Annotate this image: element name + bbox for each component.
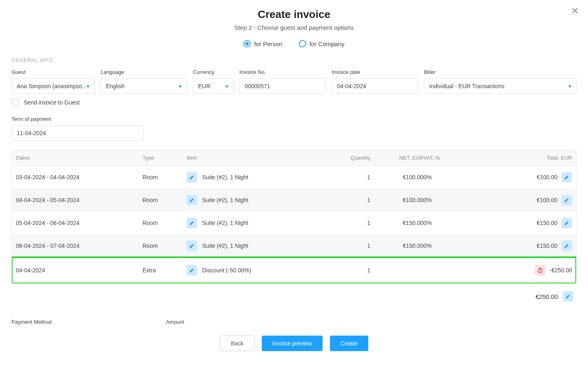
term-label: Term of payment bbox=[11, 116, 144, 122]
invoice-no-input[interactable]: 00000571 bbox=[239, 78, 326, 94]
radio-for-person[interactable]: for Person bbox=[243, 40, 282, 47]
cell-type: Room bbox=[143, 174, 187, 180]
biller-label: Biller bbox=[424, 69, 577, 75]
radio-for-company[interactable]: for Company bbox=[299, 40, 345, 47]
term-value: 11-04-2024 bbox=[17, 130, 46, 136]
back-button[interactable]: Back bbox=[220, 336, 254, 351]
radio-label: for Company bbox=[310, 40, 345, 47]
cell-item: Suite (#2), 1 Night bbox=[202, 174, 248, 180]
cell-dates: 05-04-2024 - 06-04-2024 bbox=[16, 220, 143, 226]
cell-dates: 03-04-2024 - 04-04-2024 bbox=[16, 174, 143, 180]
cell-total: €100.00 bbox=[537, 197, 557, 203]
table-row: 05-04-2024 - 06-04-2024RoomSuite (#2), 1… bbox=[12, 211, 576, 234]
cell-item: Suite (#2), 1 Night bbox=[202, 243, 248, 249]
language-value: English bbox=[106, 83, 179, 89]
guest-value: Ana Simpson (anasimpso... bbox=[17, 83, 87, 89]
chevron-down-icon: ▾ bbox=[568, 83, 571, 89]
cell-qty: 1 bbox=[317, 220, 370, 226]
table-row: 04-04-2024ExtraDiscount (-50.00%)1-€250.… bbox=[12, 257, 576, 283]
th-item: Item bbox=[187, 155, 317, 161]
invoice-date-input[interactable]: 04-04-2024 bbox=[332, 78, 418, 94]
table-header: Dates Type Item Quantity NET, EUR VAT, %… bbox=[12, 150, 576, 166]
radio-label: for Person bbox=[254, 40, 282, 47]
table-row: 06-04-2024 - 07-04-2024RoomSuite (#2), 1… bbox=[12, 234, 576, 257]
edit-row-button[interactable] bbox=[561, 195, 572, 205]
edit-item-button[interactable] bbox=[187, 265, 197, 276]
guest-label: Guest bbox=[11, 69, 95, 75]
send-invoice-label: Send invoice to Guest bbox=[24, 99, 80, 106]
biller-value: Individual - EUR Transactions bbox=[429, 83, 568, 89]
currency-value: EUR bbox=[198, 83, 225, 89]
cell-net: €100.00 bbox=[370, 174, 423, 180]
cell-net: €150.00 bbox=[370, 220, 423, 226]
cell-vat: 0% bbox=[423, 174, 472, 180]
edit-item-button[interactable] bbox=[187, 218, 197, 228]
delete-row-button[interactable] bbox=[535, 265, 546, 276]
amount-label: Amount bbox=[166, 319, 184, 325]
cell-total: €150.00 bbox=[537, 243, 557, 249]
invoice-date-label: Invoice date bbox=[332, 69, 418, 75]
invoice-date-value: 04-04-2024 bbox=[337, 83, 366, 89]
edit-item-button[interactable] bbox=[187, 172, 197, 182]
send-invoice-checkbox[interactable] bbox=[11, 99, 19, 106]
edit-row-button[interactable] bbox=[561, 240, 572, 251]
invoice-no-label: Invoice No. bbox=[239, 69, 326, 75]
guest-select[interactable]: Ana Simpson (anasimpso... ▾ bbox=[11, 78, 95, 94]
grand-total: €250.00 bbox=[536, 293, 558, 300]
cell-qty: 1 bbox=[317, 197, 370, 203]
close-icon[interactable] bbox=[572, 7, 578, 15]
cell-qty: 1 bbox=[317, 267, 370, 274]
cell-type: Room bbox=[143, 197, 187, 203]
cell-dates: 06-04-2024 - 07-04-2024 bbox=[16, 243, 143, 249]
cell-qty: 1 bbox=[317, 243, 370, 249]
th-dates: Dates bbox=[16, 155, 143, 161]
th-vat: VAT, % bbox=[423, 155, 472, 161]
th-net: NET, EUR bbox=[370, 155, 423, 161]
radio-checked-icon bbox=[243, 40, 251, 47]
cell-vat: 0% bbox=[423, 197, 472, 203]
cell-item: Suite (#2), 1 Night bbox=[202, 197, 248, 203]
section-general-info: GENERAL INFO bbox=[11, 57, 577, 63]
cell-total: €100.00 bbox=[537, 174, 557, 180]
invoice-preview-button[interactable]: Invoice preview bbox=[262, 336, 323, 351]
cell-dates: 04-04-2024 bbox=[16, 267, 143, 274]
cell-vat: 0% bbox=[423, 243, 472, 249]
cell-dates: 04-04-2024 - 05-04-2024 bbox=[16, 197, 143, 203]
currency-select[interactable]: EUR ▾ bbox=[193, 78, 234, 94]
edit-row-button[interactable] bbox=[561, 218, 572, 228]
edit-total-button[interactable] bbox=[563, 291, 573, 302]
cell-net: €150.00 bbox=[370, 243, 423, 249]
create-button[interactable]: Create bbox=[330, 336, 368, 351]
table-row: 04-04-2024 - 05-04-2024RoomSuite (#2), 1… bbox=[12, 189, 576, 211]
cell-vat: 0% bbox=[423, 220, 472, 226]
th-quantity: Quantity bbox=[317, 155, 370, 161]
cell-type: Room bbox=[143, 220, 187, 226]
cell-item: Discount (-50.00%) bbox=[202, 267, 251, 274]
page-subtitle: Step 2 - Choose guest and payment option… bbox=[11, 24, 577, 31]
term-input[interactable]: 11-04-2024 bbox=[11, 125, 144, 141]
biller-select[interactable]: Individual - EUR Transactions ▾ bbox=[424, 78, 577, 94]
cell-net: €100.00 bbox=[370, 197, 423, 203]
cell-type: Extra bbox=[143, 267, 187, 274]
language-label: Language bbox=[100, 69, 187, 75]
th-total: Total, EUR bbox=[472, 155, 572, 161]
table-row: 03-04-2024 - 04-04-2024RoomSuite (#2), 1… bbox=[12, 166, 576, 189]
chevron-down-icon: ▾ bbox=[225, 83, 228, 89]
language-select[interactable]: English ▾ bbox=[100, 78, 187, 94]
chevron-down-icon: ▾ bbox=[87, 83, 89, 89]
edit-item-button[interactable] bbox=[187, 195, 197, 205]
radio-unchecked-icon bbox=[299, 40, 306, 47]
edit-item-button[interactable] bbox=[187, 240, 197, 251]
currency-label: Currency bbox=[193, 69, 234, 75]
cell-type: Room bbox=[143, 243, 187, 249]
cell-qty: 1 bbox=[317, 174, 370, 180]
payment-method-label: Payment Method bbox=[11, 319, 51, 325]
invoice-lines-table: Dates Type Item Quantity NET, EUR VAT, %… bbox=[11, 150, 577, 284]
cell-total: €150.00 bbox=[537, 220, 557, 226]
invoice-no-value: 00000571 bbox=[245, 83, 270, 89]
th-type: Type bbox=[143, 155, 187, 161]
edit-row-button[interactable] bbox=[561, 172, 572, 182]
cell-total: -€250.00 bbox=[550, 267, 572, 274]
cell-item: Suite (#2), 1 Night bbox=[202, 220, 248, 226]
page-title: Create invoice bbox=[11, 8, 577, 21]
